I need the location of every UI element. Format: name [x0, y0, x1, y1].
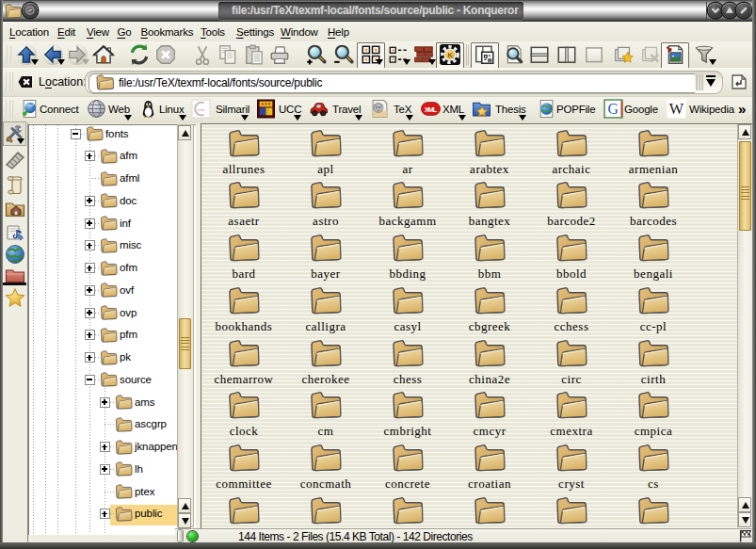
svg-text:XML: XML — [425, 105, 438, 114]
svg-text:W: W — [669, 101, 684, 118]
svg-text:G: G — [608, 101, 619, 117]
svg-text:silm: silm — [198, 107, 205, 112]
svg-text:K: K — [447, 52, 453, 59]
